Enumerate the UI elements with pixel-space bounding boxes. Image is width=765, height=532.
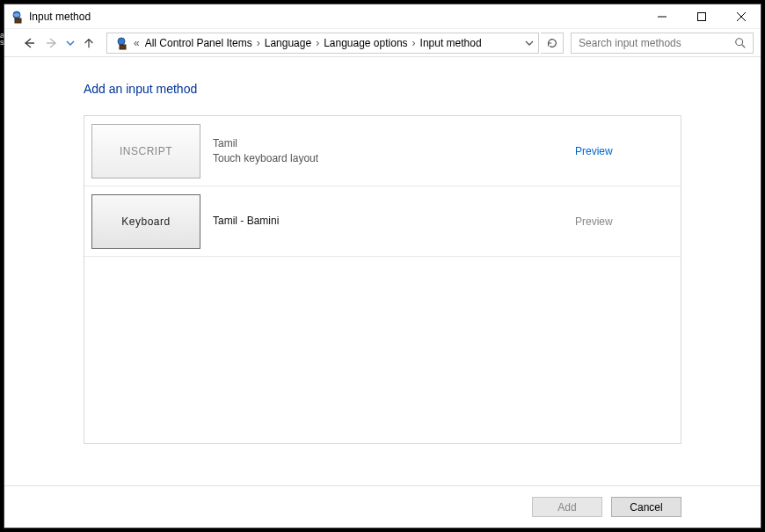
- overflow-chevron-icon[interactable]: «: [134, 37, 140, 49]
- app-icon: [10, 10, 24, 24]
- refresh-button[interactable]: [541, 33, 564, 54]
- breadcrumb-item[interactable]: All Control Panel Items: [142, 37, 256, 49]
- up-button[interactable]: [78, 33, 99, 54]
- list-item[interactable]: Keyboard Tamil - Bamini Preview: [84, 186, 681, 257]
- search-input[interactable]: [577, 36, 733, 50]
- content-area: Add an input method INSCRIPT Tamil Touch…: [4, 57, 761, 485]
- navigation-bar: « All Control Panel Items › Language › L…: [4, 29, 761, 57]
- svg-point-8: [736, 38, 743, 45]
- search-icon[interactable]: [733, 36, 747, 50]
- layout-description: Tamil - Bamini: [200, 214, 568, 228]
- address-dropdown-button[interactable]: [521, 33, 538, 53]
- search-box[interactable]: [571, 33, 754, 54]
- layout-subtitle: Touch keyboard layout: [213, 151, 556, 165]
- breadcrumb-item[interactable]: Input method: [417, 37, 485, 49]
- cancel-button[interactable]: Cancel: [611, 497, 681, 517]
- back-button[interactable]: [18, 33, 40, 54]
- page-title: Add an input method: [84, 82, 681, 96]
- preview-link[interactable]: Preview: [575, 145, 613, 157]
- svg-point-6: [118, 38, 125, 45]
- list-item[interactable]: INSCRIPT Tamil Touch keyboard layout Pre…: [84, 116, 681, 186]
- minimize-button[interactable]: [642, 4, 681, 29]
- layout-name: Tamil - Bamini: [213, 214, 556, 228]
- maximize-button[interactable]: [681, 4, 721, 29]
- breadcrumb-item[interactable]: Language options: [320, 37, 411, 49]
- close-button[interactable]: [721, 4, 761, 29]
- input-method-list: INSCRIPT Tamil Touch keyboard layout Pre…: [84, 115, 681, 444]
- layout-description: Tamil Touch keyboard layout: [200, 136, 568, 164]
- window-title: Input method: [29, 11, 91, 23]
- title-bar: Input method: [4, 4, 761, 29]
- location-icon: [114, 36, 128, 50]
- footer-bar: Add Cancel: [4, 485, 761, 528]
- breadcrumb-item[interactable]: Language: [261, 37, 315, 49]
- svg-line-9: [742, 44, 746, 47]
- svg-rect-3: [697, 13, 705, 21]
- svg-rect-1: [15, 18, 21, 23]
- address-bar[interactable]: « All Control Panel Items › Language › L…: [106, 33, 539, 54]
- svg-rect-7: [120, 45, 126, 49]
- forward-button[interactable]: [41, 33, 62, 54]
- add-button[interactable]: Add: [532, 497, 602, 517]
- layout-thumbnail: INSCRIPT: [91, 124, 200, 179]
- layout-name: Tamil: [213, 136, 556, 150]
- layout-thumbnail: Keyboard: [91, 194, 200, 249]
- preview-link: Preview: [575, 215, 613, 228]
- recent-locations-button[interactable]: [64, 39, 76, 47]
- window-frame: Input method: [4, 4, 761, 528]
